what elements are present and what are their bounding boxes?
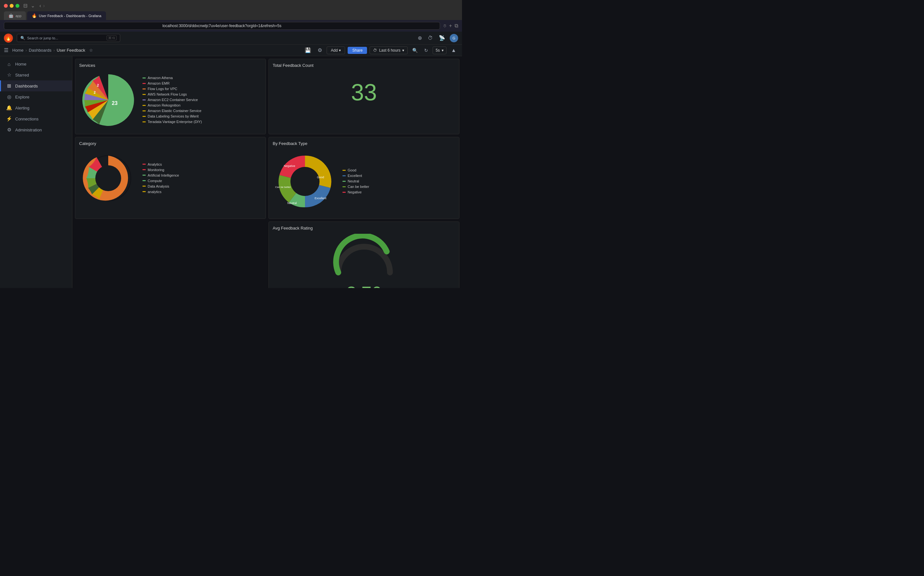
total-count-value: 33: [273, 71, 455, 110]
svg-point-5: [290, 167, 319, 196]
category-chart-container: Analytics Monitoring Artificial Intellig…: [79, 149, 262, 208]
panel-feedback-type: By Feedback Type: [268, 137, 459, 219]
search-placeholder: Search or jump to...: [27, 36, 58, 40]
legend-color-analytics-lower: [143, 191, 146, 192]
main-layout: ⌂ Home ☆ Starred ⊞ Dashboards ◎ Explore …: [0, 56, 462, 288]
legend-datalabeling: Data Labeling Services by iMerit: [143, 114, 202, 118]
minimize-button[interactable]: [10, 4, 14, 8]
search-icon: 🔍: [20, 36, 25, 40]
legend-label-dataanalysis: Data Analysis: [148, 184, 169, 188]
sidebar-explore-label: Explore: [15, 94, 29, 99]
breadcrumb-dashboards[interactable]: Dashboards: [29, 48, 51, 53]
svg-text:2: 2: [97, 83, 99, 87]
legend-label-teradata: Teradata Vantage Enterprise (DIY): [148, 120, 202, 124]
legend-neutral: Neutral: [342, 179, 369, 183]
legend-color-ec2: [143, 99, 146, 101]
settings-icon[interactable]: ⚙: [316, 46, 324, 54]
sidebar-toggle-icon[interactable]: ⊟: [23, 3, 27, 9]
legend-compute: Compute: [143, 179, 179, 183]
new-tab-icon[interactable]: +: [449, 23, 452, 29]
legend-label-flowlogs: Flow Logs for VPC: [148, 87, 177, 91]
legend-ecs: Amazon Elastic Container Service: [143, 109, 202, 113]
sidebar-item-dashboards[interactable]: ⊞ Dashboards: [0, 80, 72, 91]
feed-icon[interactable]: 📡: [438, 34, 446, 42]
browser-toolbar-icons: ⎏ + ⧉: [443, 23, 458, 29]
legend-networkflow: AWS Network Flow Logs: [143, 92, 202, 96]
sidebar-item-alerting[interactable]: 🔔 Alerting: [0, 102, 72, 113]
legend-color-rekognition: [143, 105, 146, 106]
refresh-rate[interactable]: 5s ▾: [433, 46, 446, 54]
url-bar[interactable]: localhost:3000/d/ddxcnwtjc7uv4e/user-fee…: [4, 22, 440, 30]
panel-total-feedback: Total Feedback Count 33: [268, 59, 459, 134]
legend-dataanalysis: Data Analysis: [143, 184, 179, 188]
sidebar-item-connections[interactable]: ⚡ Connections: [0, 113, 72, 124]
share-icon[interactable]: ⎏: [443, 23, 446, 29]
legend-color-analytics: [143, 164, 146, 165]
share-button[interactable]: Share: [348, 47, 367, 54]
grafana-logo[interactable]: 🔥: [4, 34, 13, 43]
hamburger-icon[interactable]: ☰: [4, 47, 8, 53]
services-chart-container: 23 2 2 Amazon Athena Amazon EMR: [79, 71, 262, 130]
user-avatar[interactable]: G: [450, 34, 458, 42]
feedback-type-title: By Feedback Type: [273, 141, 455, 146]
time-chevron-icon: ▾: [402, 48, 404, 53]
legend-excellent: Excellent: [342, 174, 369, 178]
app-tab-icon: 🤖: [8, 13, 14, 18]
grafana-search[interactable]: 🔍 Search or jump to... ⌘+k: [17, 34, 120, 42]
search-shortcut: ⌘+k: [107, 35, 117, 40]
refresh-icon[interactable]: ↻: [422, 46, 430, 54]
extensions-icon[interactable]: ⧉: [455, 23, 458, 29]
dropdown-icon[interactable]: ⌄: [31, 3, 35, 9]
legend-label-analytics: Analytics: [148, 162, 162, 166]
legend-label-good: Good: [348, 168, 356, 172]
back-icon[interactable]: ‹: [39, 3, 41, 9]
clock-icon[interactable]: ⏱: [427, 34, 434, 42]
sidebar-starred-label: Starred: [15, 73, 29, 77]
browser-toolbar: localhost:3000/d/ddxcnwtjc7uv4e/user-fee…: [0, 20, 462, 32]
breadcrumb-actions: 💾 ⚙ Add ▾ Share ⏱ Last 6 hours ▾ 🔍 ↻ 5s …: [303, 46, 458, 54]
legend-label-emr: Amazon EMR: [148, 82, 170, 85]
legend-color-neutral: [342, 181, 346, 182]
connections-icon: ⚡: [6, 116, 12, 122]
home-icon: ⌂: [6, 61, 12, 67]
add-panel-icon[interactable]: ⊕: [416, 34, 423, 42]
browser-chrome: ⊟ ⌄ ‹ › 🤖 app 🔥 User Feedback - Dashboar…: [0, 0, 462, 20]
zoom-out-icon[interactable]: 🔍: [410, 46, 420, 54]
sidebar-item-starred[interactable]: ☆ Starred: [0, 69, 72, 80]
category-legend: Analytics Monitoring Artificial Intellig…: [143, 162, 179, 195]
legend-label-negative: Negative: [348, 190, 361, 194]
forward-icon[interactable]: ›: [43, 3, 45, 9]
sidebar-item-administration[interactable]: ⚙ Administration: [0, 124, 72, 135]
sidebar-dashboards-label: Dashboards: [15, 84, 38, 88]
legend-color-ecs: [143, 110, 146, 111]
legend-color-teradata: [143, 122, 146, 122]
collapse-icon[interactable]: ▲: [449, 46, 458, 54]
svg-text:Negative: Negative: [284, 164, 295, 168]
breadcrumb-home[interactable]: Home: [12, 48, 24, 53]
legend-color-can-be-better: [342, 186, 346, 187]
legend-can-be-better: Can be better: [342, 185, 369, 189]
legend-color-monitoring: [143, 169, 146, 170]
close-button[interactable]: [4, 4, 8, 8]
tab-grafana[interactable]: 🔥 User Feedback - Dashboards - Grafana: [27, 11, 106, 20]
services-panel-title: Services: [79, 63, 262, 68]
sidebar-item-explore[interactable]: ◎ Explore: [0, 91, 72, 102]
tab-app[interactable]: 🤖 app: [4, 11, 26, 20]
add-button[interactable]: Add ▾: [327, 46, 345, 54]
add-label: Add: [331, 48, 338, 53]
legend-color-ai: [143, 175, 146, 176]
avg-rating-gauge: [273, 234, 455, 279]
feedback-type-legend: Good Excellent Neutral Can be better: [342, 168, 369, 196]
legend-athena: Amazon Athena: [143, 76, 202, 80]
refresh-rate-label: 5s: [436, 48, 440, 53]
dashboard-content: Services: [72, 56, 462, 288]
legend-label-rekognition: Amazon Rekognition: [148, 103, 181, 107]
svg-text:Can be better: Can be better: [275, 186, 291, 189]
save-icon[interactable]: 💾: [303, 46, 313, 54]
legend-color-networkflow: [143, 94, 146, 95]
maximize-button[interactable]: [16, 4, 19, 8]
time-range-picker[interactable]: ⏱ Last 6 hours ▾: [370, 46, 408, 54]
legend-color-negative: [342, 192, 346, 193]
sidebar-item-home[interactable]: ⌂ Home: [0, 59, 72, 69]
favorite-icon[interactable]: ☆: [89, 48, 93, 53]
